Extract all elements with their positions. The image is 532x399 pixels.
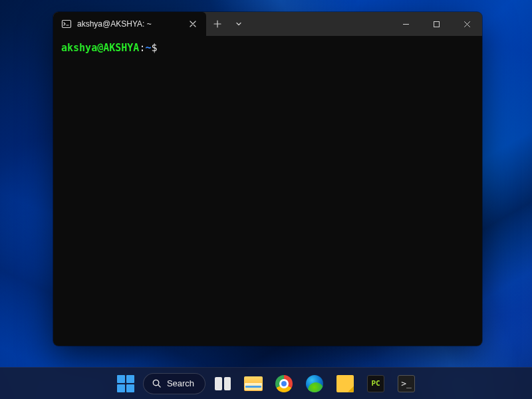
svg-rect-0 — [63, 21, 71, 28]
close-button[interactable] — [452, 12, 482, 36]
tab-actions — [206, 12, 249, 36]
pycharm-icon: PC — [367, 375, 384, 392]
search-label: Search — [167, 378, 194, 388]
taskbar-search[interactable]: Search — [143, 373, 205, 394]
terminal-window: akshya@AKSHYA: ~ akshy — [53, 12, 482, 346]
start-button[interactable] — [112, 370, 139, 397]
tab-dropdown-button[interactable] — [229, 12, 249, 36]
new-tab-button[interactable] — [206, 12, 229, 36]
tab-close-button[interactable] — [186, 17, 200, 31]
chrome-icon — [275, 375, 293, 392]
task-view-icon — [215, 377, 231, 390]
terminal-profile-icon — [61, 19, 72, 29]
file-explorer-button[interactable] — [240, 370, 267, 397]
prompt-user-host: akshya@AKSHYA — [61, 42, 139, 54]
minimize-button[interactable] — [390, 12, 421, 36]
windows-logo-icon — [117, 375, 134, 392]
search-icon — [152, 378, 162, 388]
task-view-button[interactable] — [209, 370, 236, 397]
chrome-button[interactable] — [271, 370, 297, 397]
window-titlebar[interactable]: akshya@AKSHYA: ~ — [53, 12, 482, 36]
svg-rect-1 — [434, 21, 439, 27]
terminal-taskbar-button[interactable]: >_ — [393, 370, 420, 397]
taskbar: Search PC >_ — [0, 367, 532, 399]
terminal-tab[interactable]: akshya@AKSHYA: ~ — [53, 12, 206, 36]
titlebar-drag-area[interactable] — [249, 12, 390, 36]
sticky-notes-icon — [336, 375, 354, 392]
file-explorer-icon — [244, 376, 263, 391]
edge-button[interactable] — [301, 370, 328, 397]
edge-icon — [306, 375, 323, 392]
pycharm-button[interactable]: PC — [362, 370, 389, 397]
prompt-symbol: $ — [151, 42, 157, 54]
maximize-button[interactable] — [421, 12, 452, 36]
terminal-body[interactable]: akshya@AKSHYA:~$ — [53, 36, 482, 346]
window-controls — [390, 12, 482, 36]
tab-title: akshya@AKSHYA: ~ — [77, 19, 181, 29]
terminal-icon: >_ — [398, 375, 415, 392]
sticky-notes-button[interactable] — [332, 370, 358, 397]
